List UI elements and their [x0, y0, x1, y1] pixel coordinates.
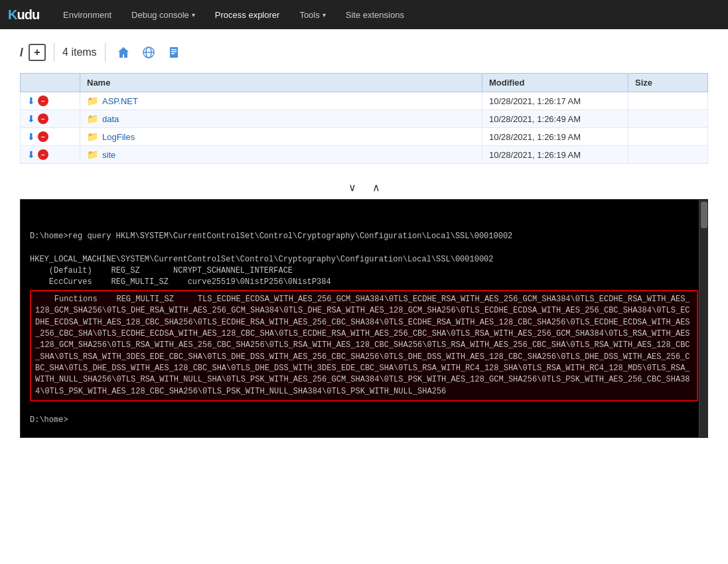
- folder-name[interactable]: ASP.NET: [102, 96, 138, 106]
- console-line-5: EccCurves REG_MULTI_SZ curve25519\0NistP…: [30, 277, 698, 288]
- nav-debug-console[interactable]: Debug console ▾: [123, 0, 203, 29]
- row-size: [628, 110, 708, 128]
- console-output[interactable]: D:\home>reg query HKLM\SYSTEM\CurrentCon…: [20, 199, 708, 438]
- tools-caret: ▾: [323, 11, 326, 19]
- scroll-down-button[interactable]: ∨: [344, 180, 360, 195]
- row-size: [628, 92, 708, 110]
- delete-button[interactable]: −: [38, 131, 48, 142]
- folder-link[interactable]: 📁 LogFiles: [87, 131, 475, 142]
- nav-site-extensions[interactable]: Site extensions: [338, 0, 412, 29]
- items-count: 4 items: [62, 46, 97, 58]
- col-header-modified: Modified: [482, 74, 628, 92]
- delete-button[interactable]: −: [38, 113, 48, 124]
- row-actions: ⬇ −: [21, 92, 80, 110]
- debug-console-caret: ▾: [192, 11, 195, 19]
- nav-process-explorer[interactable]: Process explorer: [207, 0, 288, 29]
- row-actions: ⬇ −: [21, 128, 80, 146]
- row-size: [628, 128, 708, 146]
- col-header-actions: [21, 74, 80, 92]
- console-empty-line: [30, 242, 698, 253]
- row-modified: 10/28/2021, 1:26:49 AM: [482, 110, 628, 128]
- row-size: [628, 146, 708, 164]
- brand-logo[interactable]: Kudu: [8, 7, 39, 23]
- svg-rect-6: [171, 53, 175, 54]
- main-content: / + 4 items: [0, 29, 728, 451]
- col-header-size: Size: [628, 74, 708, 92]
- console-empty-line-2: [30, 403, 698, 414]
- log-button[interactable]: [164, 42, 184, 62]
- row-name: 📁 ASP.NET: [80, 92, 482, 110]
- delete-button[interactable]: −: [38, 96, 48, 106]
- globe-button[interactable]: [139, 42, 159, 62]
- delete-button[interactable]: −: [38, 149, 48, 160]
- console-prompt[interactable]: D:\home>: [30, 415, 698, 426]
- table-row: ⬇ − 📁 site 10/28/2021, 1:26:19 AM: [21, 146, 708, 164]
- row-modified: 10/28/2021, 1:26:17 AM: [482, 92, 628, 110]
- folder-icon: 📁: [87, 131, 98, 142]
- folder-icon: 📁: [87, 96, 98, 106]
- svg-rect-5: [171, 51, 177, 52]
- svg-rect-4: [171, 49, 177, 50]
- toolbar-divider-2: [105, 43, 106, 62]
- folder-link[interactable]: 📁 data: [87, 113, 475, 124]
- console-line-1: D:\home>reg query HKLM\SYSTEM\CurrentCon…: [30, 231, 698, 242]
- new-item-button[interactable]: +: [29, 44, 46, 61]
- navbar: Kudu Environment Debug console ▾ Process…: [0, 0, 728, 29]
- file-toolbar: / + 4 items: [20, 42, 708, 62]
- svg-rect-3: [170, 47, 178, 58]
- col-header-name: Name: [80, 74, 482, 92]
- row-modified: 10/28/2021, 1:26:19 AM: [482, 128, 628, 146]
- row-name: 📁 LogFiles: [80, 128, 482, 146]
- console-line-3: HKEY_LOCAL_MACHINE\SYSTEM\CurrentControl…: [30, 254, 698, 265]
- console-highlighted-block: Functions REG_MULTI_SZ TLS_ECDHE_ECDSA_W…: [30, 290, 698, 402]
- nav-environment[interactable]: Environment: [55, 0, 119, 29]
- kudu-brand-text: Kudu: [8, 7, 39, 23]
- toolbar-divider: [54, 43, 54, 62]
- folder-link[interactable]: 📁 site: [87, 149, 475, 160]
- table-row: ⬇ − 📁 data 10/28/2021, 1:26:49 AM: [21, 110, 708, 128]
- table-row: ⬇ − 📁 ASP.NET 10/28/2021, 1:26:17 AM: [21, 92, 708, 110]
- row-modified: 10/28/2021, 1:26:19 AM: [482, 146, 628, 164]
- folder-icon: 📁: [87, 113, 98, 124]
- console-scrollbar[interactable]: [699, 199, 708, 438]
- row-actions: ⬇ −: [21, 110, 80, 128]
- folder-name[interactable]: LogFiles: [102, 132, 135, 142]
- console-wrapper: D:\home>reg query HKLM\SYSTEM\CurrentCon…: [20, 199, 708, 438]
- row-name: 📁 site: [80, 146, 482, 164]
- download-icon[interactable]: ⬇: [27, 131, 35, 142]
- folder-link[interactable]: 📁 ASP.NET: [87, 96, 475, 106]
- table-row: ⬇ − 📁 LogFiles 10/28/2021, 1:26:19 AM: [21, 128, 708, 146]
- folder-name[interactable]: data: [102, 114, 119, 124]
- folder-name[interactable]: site: [102, 150, 115, 160]
- console-line-4: (Default) REG_SZ NCRYPT_SCHANNEL_INTERFA…: [30, 265, 698, 277]
- download-icon[interactable]: ⬇: [27, 113, 35, 124]
- download-icon[interactable]: ⬇: [27, 96, 35, 106]
- folder-icon: 📁: [87, 149, 98, 160]
- scroll-up-button[interactable]: ∧: [368, 180, 384, 195]
- home-button[interactable]: [113, 42, 133, 62]
- row-actions: ⬇ −: [21, 146, 80, 164]
- row-name: 📁 data: [80, 110, 482, 128]
- path-slash: /: [20, 46, 23, 60]
- download-icon[interactable]: ⬇: [27, 149, 35, 160]
- console-scroll-thumb[interactable]: [701, 202, 707, 228]
- file-table: Name Modified Size ⬇ − 📁 ASP.NET 10/28/2…: [20, 73, 708, 164]
- nav-tools[interactable]: Tools ▾: [291, 0, 333, 29]
- console-controls: ∨ ∧: [20, 180, 708, 195]
